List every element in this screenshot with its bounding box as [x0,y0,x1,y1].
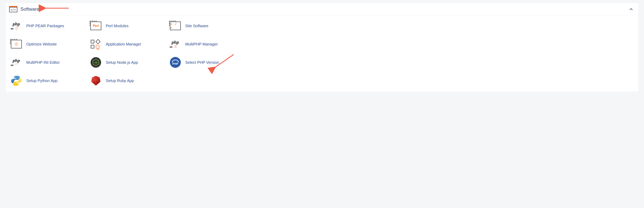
item-label: Site Software [185,24,208,28]
svg-point-3 [14,77,15,78]
python-icon [10,75,22,86]
perl-icon: Perl [90,20,102,31]
application-manager-icon [90,38,102,50]
panel-title: Software [20,6,39,12]
item-label: Optimize Website [26,42,57,46]
item-application-manager[interactable]: Application Manager [90,38,164,50]
item-label: MultiPHP INI Editor [26,60,60,65]
software-panel: </> Software php [6,3,638,92]
item-label: MultiPHP Manager [185,42,218,46]
item-select-php-version[interactable]: PHP Select PHP Version [169,57,244,68]
item-label: Setup Python App [26,79,58,83]
item-label: Setup Node.js App [106,60,138,65]
ruby-icon [90,75,102,86]
item-label: Application Manager [106,42,141,46]
svg-text:JS: JS [94,61,98,64]
code-glyph: </> [10,8,16,11]
nodejs-icon: JS [90,57,102,68]
item-label: PHP PEAR Packages [26,24,64,28]
svg-point-4 [18,84,19,85]
optimize-website-icon [10,38,22,50]
software-section-icon: </> [9,6,17,12]
multiphp-manager-icon: php [169,38,181,50]
collapse-toggle[interactable] [629,7,633,12]
panel-header[interactable]: </> Software [6,3,638,15]
item-php-pear-packages[interactable]: php PHP PEAR Packages [10,20,85,31]
item-setup-python-app[interactable]: Setup Python App [10,75,85,86]
svg-point-0 [175,45,176,47]
item-setup-nodejs-app[interactable]: JS Setup Node.js App [90,57,164,68]
item-setup-ruby-app[interactable]: Setup Ruby App [90,75,164,86]
item-label: Perl Modules [106,24,128,28]
panel-body: php PHP PEAR Packages Perl Perl Modules [6,15,638,92]
item-site-software[interactable]: < / > Site Software [169,20,244,31]
site-software-icon: < / > [169,20,181,31]
item-multiphp-manager[interactable]: php MultiPHP Manager [169,38,244,50]
gear-icon [14,42,19,46]
select-php-version-icon: PHP [169,57,181,68]
multiphp-ini-editor-icon: php [10,57,22,68]
item-multiphp-ini-editor[interactable]: php MultiPHP INI Editor [10,57,85,68]
item-optimize-website[interactable]: Optimize Website [10,38,85,50]
chevron-up-icon [629,7,633,11]
items-grid: php PHP PEAR Packages Perl Perl Modules [10,20,244,86]
item-label: Select PHP Version [185,60,219,65]
php-pear-icon: php [10,20,22,31]
item-label: Setup Ruby App [106,79,134,83]
item-perl-modules[interactable]: Perl Perl Modules [90,20,164,31]
